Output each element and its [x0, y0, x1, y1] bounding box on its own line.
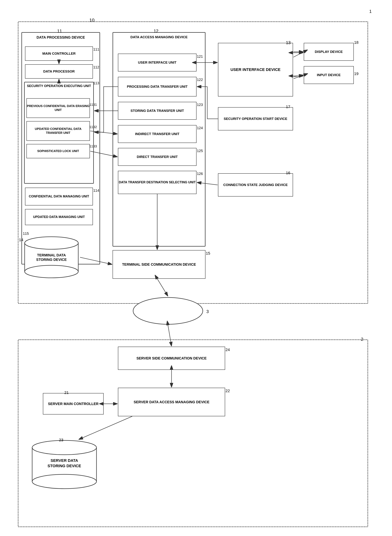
block-124: INDIRECT TRANSFER UNIT: [118, 125, 196, 143]
label-121: USER INTERFACE UNIT: [138, 61, 176, 65]
svg-text:TERMINAL DATA: TERMINAL DATA: [37, 253, 66, 257]
label-24: SERVER SIDE COMMUNICATION DEVICE: [136, 356, 207, 361]
ref-123: 123: [197, 103, 203, 107]
ref-1: 1: [369, 9, 372, 14]
label-123: STORING DATA TRANSFER UNIT: [131, 109, 184, 113]
ref-13: 13: [286, 40, 291, 45]
ref-1131: 1131: [89, 103, 97, 107]
block-121: USER INTERFACE UNIT: [118, 54, 196, 71]
label-22: SERVER DATA ACCESS MANAGING DEVICE: [134, 400, 209, 404]
ref-112: 112: [93, 65, 99, 69]
block-112: DATA PROCESSOR: [25, 64, 93, 79]
label-18: DISPLAY DEVICE: [315, 50, 343, 54]
ref-10: 10: [89, 18, 94, 23]
block-114: CONFIDENTIAL DATA MANAGING UNIT: [25, 188, 93, 205]
ref-113: 113: [93, 81, 99, 85]
ref-1133: 1133: [89, 144, 97, 148]
label-126: DATA TRANSFER DESTINATION SELECTING UNIT: [119, 180, 196, 184]
label-125: DIRECT TRANSFER UNIT: [137, 155, 177, 159]
network-ellipse: [132, 297, 204, 325]
ref-12: 12: [154, 28, 159, 34]
block-111: MAIN CONTROLLER: [25, 47, 93, 61]
block-24: SERVER SIDE COMMUNICATION DEVICE: [118, 347, 225, 370]
svg-point-1: [25, 237, 78, 249]
svg-text:SERVER DATA: SERVER DATA: [51, 458, 78, 463]
svg-text:STORING DEVICE: STORING DEVICE: [47, 464, 81, 468]
block-123: STORING DATA TRANSFER UNIT: [118, 102, 196, 120]
svg-point-5: [133, 298, 203, 324]
label-122: PROCESSING DATA TRANSFER UNIT: [127, 84, 188, 89]
ref-15: 15: [206, 251, 210, 256]
block-125: DIRECT TRANSFER UNIT: [118, 148, 196, 166]
block-16: CONNECTION STATE JUDGING DEVICE: [218, 173, 293, 196]
block-13: USER INTERFACE DEVICE: [218, 43, 293, 97]
ref-21: 21: [64, 390, 69, 395]
label-111: MAIN CONTROLLER: [42, 51, 76, 56]
block-115: UPDATED DATA MANAGING UNIT: [25, 209, 93, 225]
label-15: TERMINAL SIDE COMMUNICATION DEVICE: [122, 262, 196, 267]
block-19: INPUT DEVICE: [304, 66, 354, 84]
label-114: CONFIDENTIAL DATA MANAGING UNIT: [29, 194, 89, 199]
block-14: TERMINAL DATA STORING DEVICE: [23, 236, 80, 279]
ref-23: 23: [59, 438, 63, 442]
label-124: INDIRECT TRANSFER UNIT: [135, 132, 179, 136]
label-21: SERVER MAIN CONTROLLER: [48, 401, 99, 406]
ref-17: 17: [286, 105, 290, 109]
label-17: SECURITY OPERATION START DEVICE: [224, 117, 287, 121]
label-19: INPUT DEVICE: [317, 73, 341, 77]
ref-16: 16: [286, 171, 290, 175]
block-1131: PREVIOUS CONFIDENTIAL DATA ERASING UNIT: [26, 98, 90, 118]
ref-124: 124: [197, 126, 203, 130]
label-13: USER INTERFACE DEVICE: [230, 67, 280, 72]
ref-121: 121: [197, 55, 203, 59]
block-21: SERVER MAIN CONTROLLER: [43, 393, 104, 415]
label-115: UPDATED DATA MANAGING UNIT: [33, 215, 85, 219]
ref-115: 115: [23, 232, 29, 236]
svg-point-2: [25, 265, 78, 278]
block-1132: UPDATED CONFIDENTIAL DATA TRANSFER UNIT: [26, 121, 90, 141]
ref-125: 125: [197, 149, 203, 153]
label-12: DATA ACCESS MANAGING DEVICE: [114, 34, 204, 41]
block-22: SERVER DATA ACCESS MANAGING DEVICE: [118, 388, 225, 416]
ref-114: 114: [93, 188, 99, 193]
block-122: PROCESSING DATA TRANSFER UNIT: [118, 77, 196, 97]
label-11: DATA PROCESSING DEVICE: [23, 34, 99, 41]
label-16: CONNECTION STATE JUDGING DEVICE: [223, 183, 288, 187]
diagram-container: 1 10 11 DATA PROCESSING DEVICE MAIN CONT…: [7, 7, 382, 529]
label-1133: SOPHISTICATED LOCK UNIT: [37, 149, 79, 153]
label-113: SECURITY OPERATION EXECUTING UNIT: [26, 83, 92, 89]
label-1132: UPDATED CONFIDENTIAL DATA TRANSFER UNIT: [27, 127, 89, 135]
svg-text:STORING DEVICE: STORING DEVICE: [36, 258, 67, 261]
ref-1132: 1132: [89, 125, 97, 129]
ref-11: 11: [57, 28, 62, 34]
block-23: SERVER DATA STORING DEVICE: [30, 439, 98, 489]
ref-2: 2: [361, 337, 363, 342]
block-126: DATA TRANSFER DESTINATION SELECTING UNIT: [118, 171, 196, 194]
svg-point-8: [32, 474, 97, 489]
ref-19: 19: [354, 71, 358, 76]
ref-122: 122: [197, 78, 203, 82]
ref-111: 111: [93, 47, 99, 51]
ref-18: 18: [354, 40, 358, 45]
block-1133: SOPHISTICATED LOCK UNIT: [26, 144, 90, 158]
ref-24: 24: [225, 348, 230, 352]
ref-126: 126: [197, 172, 203, 176]
block-17: SECURITY OPERATION START DEVICE: [218, 107, 293, 131]
block-18: DISPLAY DEVICE: [304, 43, 354, 61]
svg-point-7: [32, 440, 97, 455]
block-15: TERMINAL SIDE COMMUNICATION DEVICE: [112, 250, 205, 279]
ref-3: 3: [206, 309, 209, 314]
label-112: DATA PROCESSOR: [43, 69, 75, 74]
ref-22: 22: [225, 389, 230, 393]
ref-14: 14: [19, 238, 23, 242]
label-1131: PREVIOUS CONFIDENTIAL DATA ERASING UNIT: [27, 104, 89, 112]
